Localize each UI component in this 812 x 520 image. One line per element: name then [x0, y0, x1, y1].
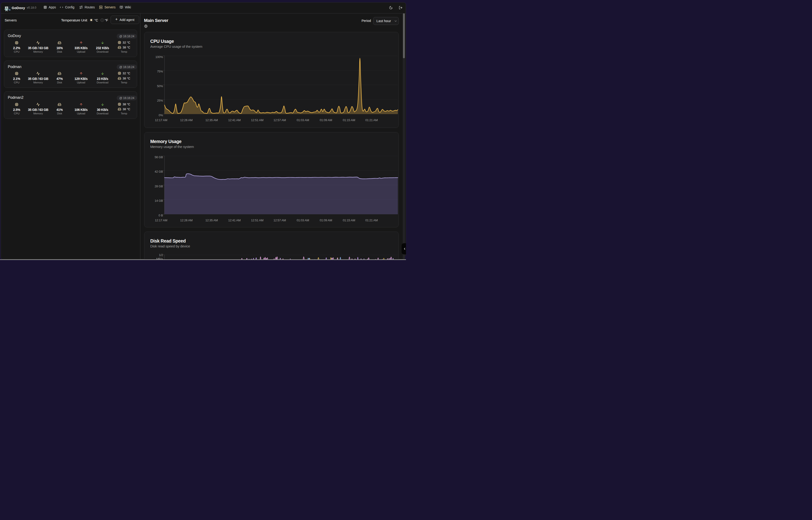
svg-text:12:41 AM: 12:41 AM	[228, 119, 241, 122]
svg-text:12:17 AM: 12:17 AM	[155, 119, 167, 122]
svg-text:12:51 AM: 12:51 AM	[251, 119, 263, 122]
svg-text:01:09 AM: 01:09 AM	[319, 119, 332, 122]
svg-text:01:15 AM: 01:15 AM	[343, 119, 355, 122]
svg-text:12:35 AM: 12:35 AM	[205, 119, 218, 122]
svg-text:12:57 AM: 12:57 AM	[274, 218, 286, 222]
svg-text:01:21 AM: 01:21 AM	[365, 119, 377, 122]
svg-text:42 GB: 42 GB	[155, 170, 163, 173]
svg-text:01:03 AM: 01:03 AM	[297, 119, 309, 122]
svg-text:12:51 AM: 12:51 AM	[251, 218, 263, 222]
svg-text:100%: 100%	[156, 55, 163, 58]
svg-text:56 GB: 56 GB	[155, 155, 163, 159]
svg-text:12:57 AM: 12:57 AM	[274, 119, 286, 122]
svg-text:25%: 25%	[157, 99, 163, 102]
svg-text:14 GB: 14 GB	[155, 199, 163, 203]
svg-text:01:15 AM: 01:15 AM	[343, 218, 355, 222]
svg-text:75%: 75%	[157, 70, 163, 73]
svg-text:01:21 AM: 01:21 AM	[365, 218, 377, 222]
svg-text:12:41 AM: 12:41 AM	[228, 218, 241, 222]
svg-text:01:09 AM: 01:09 AM	[319, 218, 332, 222]
svg-text:1/2: 1/2	[159, 253, 163, 257]
svg-text:01:03 AM: 01:03 AM	[297, 218, 309, 222]
svg-text:12:17 AM: 12:17 AM	[155, 218, 167, 222]
svg-text:0 B: 0 B	[159, 213, 163, 217]
svg-text:0%: 0%	[159, 113, 163, 117]
svg-text:12:35 AM: 12:35 AM	[205, 218, 218, 222]
svg-text:28 GB: 28 GB	[155, 184, 163, 188]
svg-text:50%: 50%	[157, 84, 163, 87]
svg-text:12:26 AM: 12:26 AM	[180, 218, 193, 222]
svg-text:12:26 AM: 12:26 AM	[180, 119, 193, 122]
